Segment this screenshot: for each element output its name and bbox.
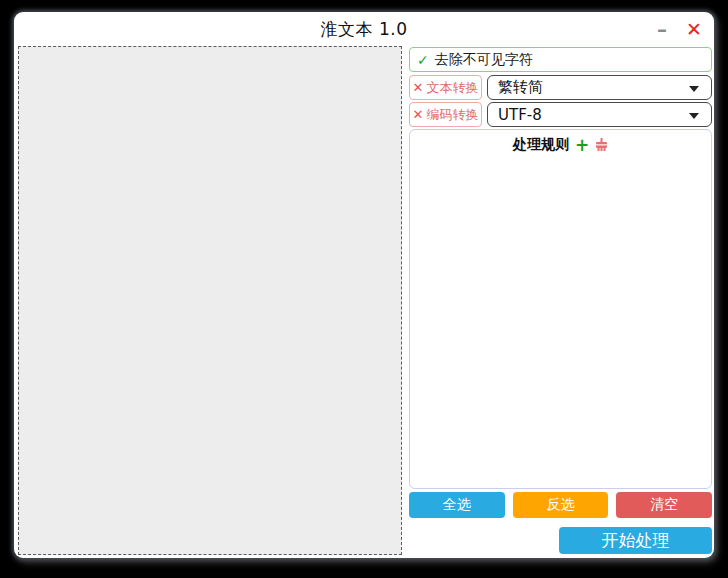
add-rule-button[interactable]: + (575, 138, 589, 152)
window-controls: – ✕ (654, 12, 704, 46)
rules-title: 处理规则 (513, 136, 569, 154)
text-convert-selected-value: 繁转简 (498, 78, 543, 97)
rules-header: 处理规则 + (410, 130, 711, 154)
clear-button[interactable]: 清空 (616, 492, 712, 518)
rules-list-box: 处理规则 + (409, 129, 712, 489)
chevron-down-icon (689, 86, 699, 92)
check-icon: ✓ (417, 52, 429, 68)
text-convert-label: 文本转换 (426, 79, 478, 97)
text-convert-dropdown[interactable]: 繁转简 (487, 75, 712, 100)
settings-panel: ✓ 去除不可见字符 ✕ 文本转换 繁转简 ✕ 编码转换 UTF-8 (409, 47, 712, 555)
select-all-button[interactable]: 全选 (409, 492, 505, 518)
titlebar[interactable]: 淮文本 1.0 – ✕ (14, 12, 714, 46)
close-button[interactable]: ✕ (684, 19, 704, 39)
encoding-convert-label: 编码转换 (426, 106, 478, 124)
window-title: 淮文本 1.0 (321, 18, 408, 41)
encoding-convert-dropdown[interactable]: UTF-8 (487, 102, 712, 127)
x-icon: ✕ (413, 80, 424, 95)
toggle-encoding-convert[interactable]: ✕ 编码转换 (409, 102, 482, 127)
encoding-selected-value: UTF-8 (498, 106, 542, 124)
option-remove-invisible-label: 去除不可见字符 (435, 51, 533, 69)
file-drop-zone[interactable] (18, 46, 402, 555)
toggle-text-convert[interactable]: ✕ 文本转换 (409, 75, 482, 100)
app-window: 淮文本 1.0 – ✕ ✓ 去除不可见字符 ✕ 文本转换 繁转简 (14, 12, 714, 558)
chevron-down-icon (689, 113, 699, 119)
brush-icon[interactable] (595, 138, 608, 152)
start-processing-button[interactable]: 开始处理 (559, 527, 712, 554)
invert-selection-button[interactable]: 反选 (513, 492, 609, 518)
x-icon: ✕ (413, 107, 424, 122)
minimize-button[interactable]: – (654, 19, 670, 39)
option-remove-invisible-chars[interactable]: ✓ 去除不可见字符 (409, 47, 712, 72)
